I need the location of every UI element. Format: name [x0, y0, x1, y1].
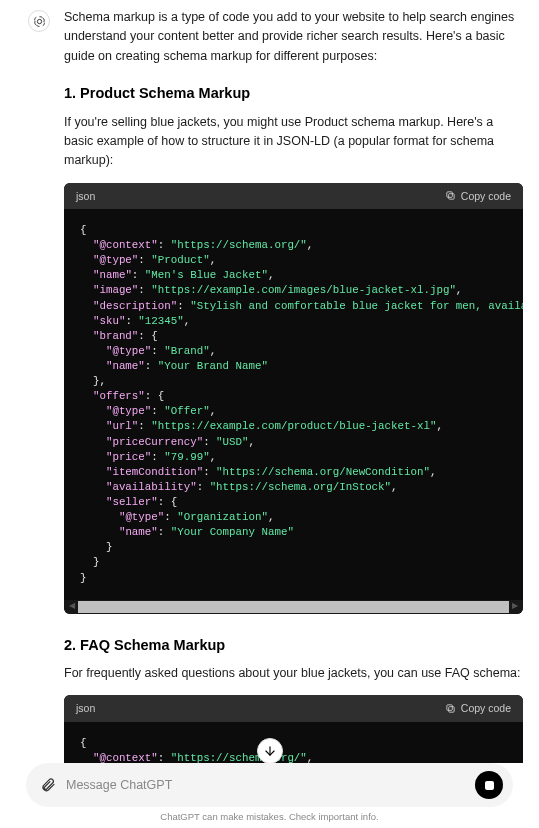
code-content-1[interactable]: { "@context": "https://schema.org/", "@t… — [64, 209, 523, 600]
copy-code-label: Copy code — [461, 700, 511, 716]
horizontal-scrollbar[interactable]: ◀ ▶ — [64, 600, 523, 614]
scroll-right-arrow[interactable]: ▶ — [509, 601, 521, 613]
intro-text: Schema markup is a type of code you add … — [64, 8, 523, 66]
section2-sub: For frequently asked questions about you… — [64, 664, 523, 683]
svg-rect-4 — [447, 705, 453, 711]
stop-icon — [485, 781, 494, 790]
section1-sub: If you're selling blue jackets, you migh… — [64, 113, 523, 171]
scroll-to-bottom-button[interactable] — [257, 738, 283, 764]
svg-rect-3 — [448, 707, 454, 713]
message-input[interactable] — [66, 778, 465, 792]
code-lang-label: json — [76, 188, 95, 204]
scrollbar-track[interactable] — [78, 601, 509, 613]
section1-heading: 1. Product Schema Markup — [64, 82, 523, 104]
code-block-1: json Copy code { "@context": "https://sc… — [64, 183, 523, 614]
assistant-avatar — [28, 10, 50, 32]
svg-rect-2 — [447, 192, 453, 198]
disclaimer-text: ChatGPT can make mistakes. Check importa… — [26, 811, 513, 822]
svg-rect-1 — [448, 194, 454, 200]
message-composer — [26, 763, 513, 807]
section2-heading: 2. FAQ Schema Markup — [64, 634, 523, 656]
copy-code-label: Copy code — [461, 188, 511, 204]
copy-code-button[interactable]: Copy code — [445, 700, 511, 716]
copy-code-button[interactable]: Copy code — [445, 188, 511, 204]
stop-generating-button[interactable] — [475, 771, 503, 799]
code-lang-label: json — [76, 700, 95, 716]
scroll-left-arrow[interactable]: ◀ — [66, 601, 78, 613]
attach-icon[interactable] — [40, 777, 56, 793]
svg-point-0 — [37, 19, 41, 23]
